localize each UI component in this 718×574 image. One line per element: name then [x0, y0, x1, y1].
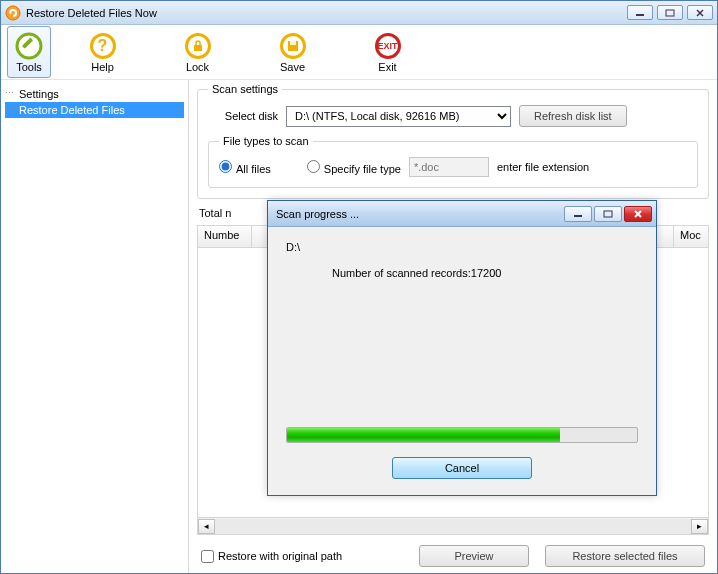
pencil-icon: [15, 32, 43, 60]
toolbar: Tools ? Help Lock Save EXIT Exit: [1, 25, 717, 80]
scroll-right-button[interactable]: ▸: [691, 519, 708, 534]
exit-icon: EXIT: [374, 32, 402, 60]
select-disk-label: Select disk: [208, 110, 278, 122]
dialog-title: Scan progress ...: [276, 208, 564, 220]
maximize-button[interactable]: [657, 5, 683, 20]
toolbar-help[interactable]: ? Help: [55, 26, 150, 78]
file-types-group: File types to scan All files Specify fil…: [208, 135, 698, 188]
restore-selected-button[interactable]: Restore selected files: [545, 545, 705, 567]
toolbar-tools-label: Tools: [16, 61, 42, 73]
toolbar-help-label: Help: [91, 61, 114, 73]
svg-rect-1: [636, 14, 644, 16]
specify-label: Specify file type: [324, 163, 401, 175]
restore-path-checkbox[interactable]: Restore with original path: [201, 550, 403, 563]
scan-progress-dialog: Scan progress ... D:\ Number of scanned …: [267, 200, 657, 496]
scroll-left-button[interactable]: ◂: [198, 519, 215, 534]
window-title: Restore Deleted Files Now: [26, 7, 627, 19]
extension-input: [409, 157, 489, 177]
records-value: 17200: [471, 267, 502, 279]
toolbar-save-label: Save: [280, 61, 305, 73]
cancel-button[interactable]: Cancel: [392, 457, 532, 479]
svg-rect-9: [604, 211, 612, 217]
extension-hint: enter file extension: [497, 161, 589, 173]
titlebar: Restore Deleted Files Now: [1, 1, 717, 25]
dialog-maximize-button[interactable]: [594, 206, 622, 222]
close-button[interactable]: [687, 5, 713, 20]
horizontal-scrollbar[interactable]: ◂ ▸: [198, 517, 708, 534]
specify-type-radio[interactable]: Specify file type: [307, 160, 401, 175]
svg-rect-8: [574, 215, 582, 217]
svg-rect-5: [194, 45, 202, 51]
toolbar-save[interactable]: Save: [245, 26, 340, 78]
minimize-button[interactable]: [627, 5, 653, 20]
disk-select[interactable]: D:\ (NTFS, Local disk, 92616 MB): [286, 106, 511, 127]
col-modified[interactable]: Moc: [674, 226, 708, 247]
svg-point-0: [6, 6, 20, 20]
dialog-titlebar: Scan progress ...: [268, 201, 656, 227]
lock-icon: [184, 32, 212, 60]
svg-rect-2: [666, 10, 674, 16]
dialog-disk-label: D:\: [286, 241, 638, 253]
help-icon: ?: [89, 32, 117, 60]
progress-fill: [287, 428, 560, 442]
dialog-close-button[interactable]: [624, 206, 652, 222]
toolbar-lock-label: Lock: [186, 61, 209, 73]
all-files-label: All files: [236, 163, 271, 175]
records-label: Number of scanned records:: [332, 267, 471, 279]
app-icon: [5, 5, 21, 21]
preview-button[interactable]: Preview: [419, 545, 529, 567]
save-icon: [279, 32, 307, 60]
svg-point-3: [17, 34, 41, 58]
sidebar-item-restore[interactable]: Restore Deleted Files: [5, 102, 184, 118]
sidebar: Settings Restore Deleted Files: [1, 80, 189, 573]
toolbar-exit-label: Exit: [378, 61, 396, 73]
toolbar-lock[interactable]: Lock: [150, 26, 245, 78]
toolbar-exit[interactable]: EXIT Exit: [340, 26, 435, 78]
scan-settings-legend: Scan settings: [208, 83, 282, 95]
svg-rect-7: [290, 41, 296, 45]
scroll-track[interactable]: [215, 519, 691, 534]
progress-bar: [286, 427, 638, 443]
file-types-legend: File types to scan: [219, 135, 313, 147]
dialog-minimize-button[interactable]: [564, 206, 592, 222]
all-files-radio[interactable]: All files: [219, 160, 271, 175]
col-number[interactable]: Numbe: [198, 226, 252, 247]
scan-settings-group: Scan settings Select disk D:\ (NTFS, Loc…: [197, 83, 709, 199]
dialog-records-row: Number of scanned records:17200: [286, 267, 638, 279]
refresh-disk-button[interactable]: Refresh disk list: [519, 105, 627, 127]
toolbar-tools[interactable]: Tools: [7, 26, 51, 78]
restore-path-label: Restore with original path: [218, 550, 342, 562]
sidebar-item-settings[interactable]: Settings: [5, 86, 184, 102]
